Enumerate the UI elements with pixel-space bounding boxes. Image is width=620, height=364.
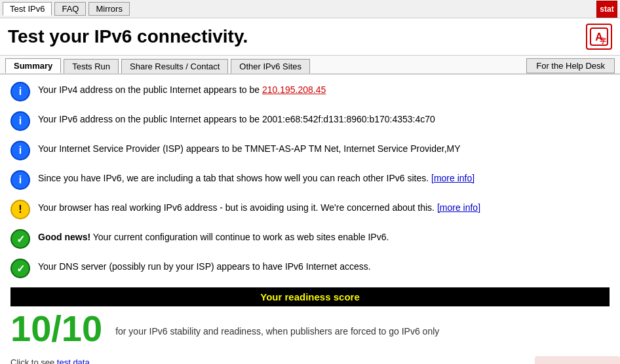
- tab-tests-run[interactable]: Tests Run: [64, 59, 119, 73]
- top-nav-bar: Test IPv6 FAQ Mirrors stat: [0, 0, 620, 18]
- stat-button[interactable]: stat: [596, 1, 617, 18]
- info-row-ipv6-tab: i Since you have IPv6, we are including …: [10, 170, 610, 190]
- heading-area: Test your IPv6 connectivity. A 字: [0, 18, 620, 56]
- bottom-links: Click to see test data: [10, 357, 610, 364]
- score-number: 10/10: [10, 310, 102, 347]
- good-news-label: Good news!: [38, 232, 90, 242]
- info-text-5: Your browser has real working IPv6 addre…: [38, 199, 610, 215]
- info-row-ipv6: i Your IPv6 address on the public Intern…: [10, 111, 610, 131]
- info-text-4: Since you have IPv6, we are including a …: [38, 170, 610, 185]
- info-text-2: Your IPv6 address on the public Internet…: [38, 111, 610, 126]
- tab-other-ipv6[interactable]: Other IPv6 Sites: [231, 59, 310, 73]
- tab-help-desk[interactable]: For the Help Desk: [526, 58, 615, 73]
- translate-icon[interactable]: A 字: [586, 24, 612, 50]
- click-to-see-label: Click to see: [10, 357, 57, 364]
- info-row-browser-warning: ! Your browser has real working IPv6 add…: [10, 199, 610, 219]
- ipv4-address-link[interactable]: 210.195.208.45: [262, 84, 326, 95]
- nav-tab-mirrors[interactable]: Mirrors: [88, 2, 129, 16]
- info-icon-7: ✓: [10, 259, 30, 278]
- tabs-row: Summary Tests Run Share Results / Contac…: [0, 56, 620, 75]
- content-area: i Your IPv4 address on the public Intern…: [0, 75, 620, 364]
- watermark-logo: 轻...: [535, 356, 620, 364]
- info-icon-2: i: [10, 111, 30, 131]
- info-icon-5: !: [10, 200, 30, 219]
- info-row-ipv4: i Your IPv4 address on the public Intern…: [10, 81, 610, 101]
- info-text-7: Your DNS server (possibly run by your IS…: [38, 258, 610, 274]
- info-text-3: Your Internet Service Provider (ISP) app…: [38, 140, 610, 156]
- info-icon-4: i: [10, 170, 30, 190]
- nav-tab-faq[interactable]: FAQ: [54, 2, 86, 16]
- info-row-dns: ✓ Your DNS server (possibly run by your …: [10, 258, 610, 278]
- info-row-isp: i Your Internet Service Provider (ISP) a…: [10, 140, 610, 160]
- svg-text:字: 字: [600, 37, 607, 45]
- info-text-1: Your IPv4 address on the public Internet…: [38, 81, 610, 97]
- info-row-good-news: ✓ Good news! Your current configuration …: [10, 228, 610, 249]
- page-title: Test your IPv6 connectivity.: [8, 26, 586, 47]
- info-text-6: Good news! Your current configuration wi…: [38, 228, 610, 244]
- more-info-link-2[interactable]: [more info]: [437, 202, 480, 213]
- tab-share-results[interactable]: Share Results / Contact: [121, 59, 228, 73]
- more-info-link-1[interactable]: [more info]: [431, 173, 475, 183]
- readiness-score-bar: Your readiness score: [10, 287, 610, 306]
- score-description: for your IPv6 stability and readiness, w…: [115, 321, 439, 337]
- nav-tab-testipv6[interactable]: Test IPv6: [3, 2, 52, 16]
- info-icon-3: i: [10, 141, 30, 160]
- info-icon-6: ✓: [10, 229, 30, 249]
- tab-summary[interactable]: Summary: [5, 58, 61, 73]
- info-icon-1: i: [10, 82, 30, 101]
- score-area: 10/10 for your IPv6 stability and readin…: [10, 310, 610, 347]
- test-data-link[interactable]: test data: [57, 357, 90, 364]
